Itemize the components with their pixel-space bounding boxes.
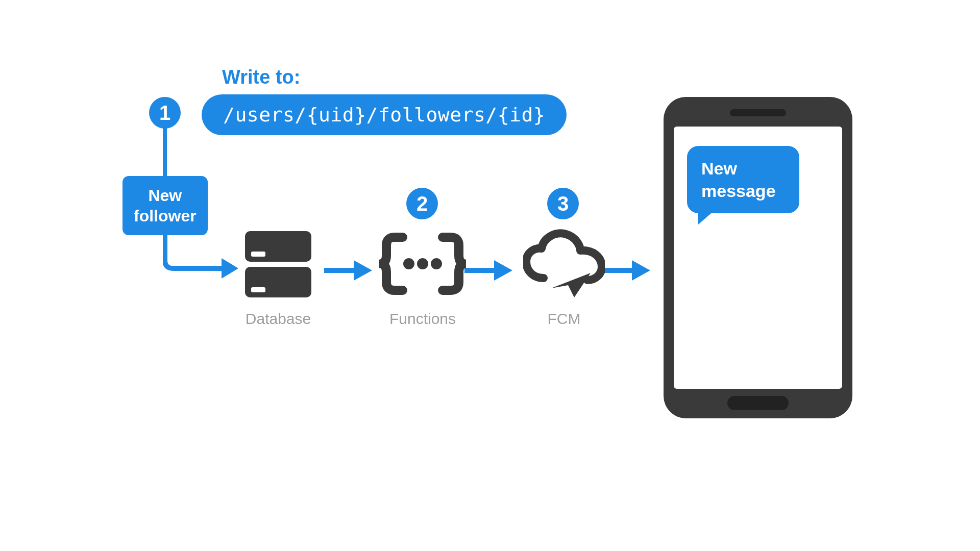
step-badge-1: 1 [149, 97, 181, 129]
bubble-tail-icon [698, 211, 714, 224]
step-badge-3: 3 [547, 188, 579, 219]
phone-speaker [730, 109, 786, 116]
phone-body: New message [664, 97, 852, 418]
step-badge-2: 2 [406, 188, 438, 219]
svg-point-8 [417, 258, 428, 269]
svg-rect-5 [251, 252, 265, 257]
svg-point-7 [403, 258, 414, 269]
bubble-line1: New [701, 159, 737, 178]
phone-screen: New message [674, 127, 842, 389]
node-functions: Functions [377, 227, 469, 328]
node-functions-caption: Functions [377, 310, 469, 328]
diagram-canvas: Write to: /users/{uid}/followers/{id} 1 … [122, 66, 868, 423]
svg-point-9 [431, 258, 442, 269]
message-bubble: New message [687, 146, 799, 213]
functions-icon [377, 227, 469, 303]
arrow-db-to-functions [324, 265, 373, 276]
database-path-pill: /users/{uid}/followers/{id} [202, 94, 567, 135]
node-database-caption: Database [237, 310, 319, 328]
arrow-functions-to-fcm [464, 265, 513, 276]
elbow-arrow [163, 224, 239, 281]
node-fcm: FCM [523, 227, 605, 328]
database-icon [237, 227, 319, 303]
phone-home-button [727, 396, 789, 410]
arrow-fcm-to-phone [602, 265, 651, 276]
svg-rect-3 [245, 231, 311, 262]
write-to-label: Write to: [222, 66, 300, 88]
new-follower-line1: New [148, 186, 182, 205]
node-database: Database [237, 227, 319, 328]
cloud-send-icon [523, 227, 605, 303]
new-follower-line2: follower [134, 207, 197, 225]
svg-rect-6 [251, 287, 265, 292]
node-fcm-caption: FCM [523, 310, 605, 328]
connector-line [163, 128, 167, 179]
phone-device: New message [664, 97, 852, 418]
svg-rect-4 [245, 267, 311, 297]
bubble-line2: message [701, 181, 776, 201]
